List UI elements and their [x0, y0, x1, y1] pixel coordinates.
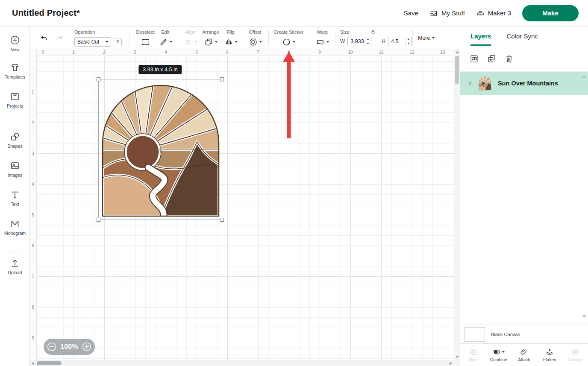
project-board-icon	[10, 91, 20, 102]
chevron-down-icon	[215, 41, 218, 43]
selection-handle-bottom-left[interactable]	[97, 218, 100, 222]
undo-button[interactable]	[38, 32, 50, 44]
create-sticker-group: Create Sticker	[270, 29, 307, 47]
selected-artwork[interactable]: 3.93 in x 4.5 in	[98, 79, 222, 220]
width-stepper[interactable]	[365, 37, 371, 46]
blank-canvas-row: Blank Canvas	[460, 325, 588, 343]
create-sticker-button[interactable]	[282, 37, 295, 47]
layers-panel: Layers Color Sync Sun Over Mountain	[460, 26, 588, 366]
chevron-down-icon	[502, 351, 505, 353]
contour-icon	[571, 348, 579, 356]
layer-thumbnail	[477, 74, 493, 93]
chevron-down-icon	[106, 41, 108, 43]
warp-group: Warp	[312, 29, 332, 47]
blank-canvas-swatch[interactable]	[465, 327, 485, 342]
edit-button[interactable]	[159, 37, 172, 47]
blank-canvas-label: Blank Canvas	[491, 332, 520, 337]
sidebar-divider	[6, 252, 24, 252]
flip-group: Flip	[222, 29, 240, 47]
lock-icon	[370, 29, 376, 35]
flatten-button[interactable]: Flatten	[537, 344, 562, 366]
sidebar-item-monogram[interactable]: Monogram	[0, 219, 30, 236]
vertical-scrollbar-thumb[interactable]	[455, 56, 459, 84]
tab-layers[interactable]: Layers	[470, 26, 491, 46]
chevron-down-icon	[326, 41, 329, 43]
arrange-group: Arrange	[199, 29, 223, 47]
deselect-group: Deselect	[132, 29, 158, 47]
horizontal-scrollbar	[30, 360, 454, 366]
vertical-ruler: 1 2 3 4 5 6 7 8 9	[30, 49, 37, 360]
sidebar-item-projects[interactable]: Projects	[0, 91, 30, 108]
combine-button[interactable]: Combine	[486, 344, 512, 366]
sidebar-item-shapes[interactable]: Shapes	[0, 132, 30, 149]
minus-circle-icon	[47, 342, 56, 351]
panel-scroll-down-arrow[interactable]	[582, 315, 586, 318]
chevron-right-icon[interactable]	[467, 80, 473, 86]
group-button[interactable]	[470, 54, 479, 63]
sidebar-divider	[6, 125, 24, 125]
sidebar-item-templates[interactable]: Templates	[0, 62, 30, 79]
width-input[interactable]: 3.933	[347, 37, 371, 46]
layer-item-sun-over-mountains[interactable]: Sun Over Mountains	[460, 72, 588, 95]
chevron-down-icon	[170, 41, 172, 43]
plus-circle-icon	[10, 35, 20, 45]
chevron-down-icon	[235, 41, 238, 43]
contour-button: Contour	[562, 344, 588, 366]
height-stepper[interactable]	[405, 37, 412, 46]
deselect-button[interactable]	[141, 37, 150, 47]
zoom-control: 100%	[44, 339, 95, 355]
more-button[interactable]: More	[418, 26, 435, 49]
zoom-level: 100%	[60, 343, 78, 351]
arrange-button[interactable]	[204, 37, 218, 47]
scroll-down-arrow[interactable]	[456, 356, 459, 358]
sun-over-mountains-artwork[interactable]	[99, 79, 223, 220]
sidebar-item-upload[interactable]: Upload	[0, 258, 30, 275]
horizontal-scrollbar-thumb[interactable]	[37, 361, 62, 365]
annotation-arrow-up	[282, 50, 296, 140]
photo-icon	[10, 161, 20, 171]
sidebar-item-new[interactable]: New	[0, 35, 30, 52]
tab-color-sync[interactable]: Color Sync	[506, 26, 538, 46]
sidebar-item-images[interactable]: Images	[0, 161, 30, 178]
flip-button[interactable]	[224, 37, 238, 47]
warp-button[interactable]	[316, 37, 329, 47]
delete-button[interactable]	[505, 54, 514, 63]
align-button	[184, 37, 197, 47]
attach-button[interactable]: Attach	[512, 344, 537, 366]
top-bar: Untitled Project* Save My Stuff Maker 3 …	[0, 0, 588, 26]
zoom-out-button[interactable]	[47, 342, 56, 351]
my-stuff-button[interactable]: My Stuff	[429, 9, 465, 18]
size-group: Size W 3.933 H 4.5	[340, 29, 412, 46]
plus-circle-icon	[82, 342, 91, 351]
offset-icon	[249, 38, 258, 47]
selection-handle-bottom-right[interactable]	[220, 218, 224, 222]
vertical-scrollbar	[454, 49, 460, 360]
combine-icon	[492, 348, 501, 356]
design-canvas[interactable]: 0 1 2 3 4 5 6 7 8 9 10 11 12 13 1 2 3 4 …	[30, 49, 460, 366]
selection-handle-top-left[interactable]	[97, 77, 100, 81]
duplicate-button[interactable]	[487, 54, 496, 63]
help-button[interactable]: ?	[114, 38, 122, 46]
lock-proportions-button[interactable]	[370, 29, 376, 35]
machine-selector[interactable]: Maker 3	[476, 9, 511, 18]
selection-handle-top-right[interactable]	[220, 77, 224, 81]
height-input[interactable]: 4.5	[388, 37, 412, 46]
scroll-right-arrow[interactable]	[450, 362, 452, 365]
panel-tabs: Layers Color Sync	[460, 26, 588, 46]
operation-select[interactable]: Basic Cut	[74, 37, 111, 47]
zoom-in-button[interactable]	[82, 342, 91, 351]
edit-group: Edit	[156, 29, 175, 47]
horizontal-ruler: 0 1 2 3 4 5 6 7 8 9 10 11 12 13	[30, 49, 454, 56]
sidebar-item-text[interactable]: Text	[0, 190, 30, 207]
offset-button[interactable]	[249, 37, 262, 47]
arrange-layers-icon	[204, 38, 213, 47]
scroll-left-arrow[interactable]	[32, 362, 34, 365]
shirt-template-icon	[10, 62, 20, 73]
save-button[interactable]: Save	[404, 9, 418, 17]
text-icon	[10, 190, 20, 200]
align-group: Align	[181, 29, 200, 47]
panel-scroll-up-arrow[interactable]	[582, 75, 586, 78]
make-button[interactable]: Make	[522, 5, 579, 21]
scroll-up-arrow[interactable]	[456, 51, 459, 53]
flatten-icon	[545, 348, 554, 356]
